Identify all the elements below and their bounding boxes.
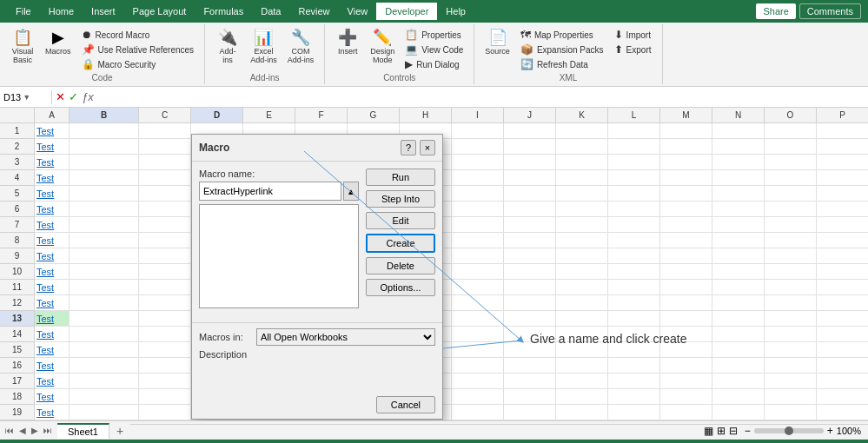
row-header-6[interactable]: 6 — [0, 202, 34, 217]
row-header-19[interactable]: 19 — [0, 405, 34, 420]
cell-k1[interactable] — [556, 123, 608, 139]
row-header-3[interactable]: 3 — [0, 155, 34, 170]
normal-view-icon[interactable]: ▦ — [704, 425, 713, 437]
cell-i1[interactable] — [452, 123, 504, 139]
cell-p1[interactable] — [817, 123, 868, 139]
addins-button[interactable]: 🔌 Add-ins — [212, 28, 243, 66]
col-header-b[interactable]: B — [70, 108, 139, 122]
col-header-d[interactable]: D — [191, 108, 243, 122]
col-header-n[interactable]: N — [712, 108, 765, 122]
col-header-i[interactable]: I — [452, 108, 504, 122]
col-header-l[interactable]: L — [608, 108, 660, 122]
expansion-packs-button[interactable]: 📦 Expansion Packs — [517, 43, 607, 56]
properties-button[interactable]: 📋 Properties — [401, 28, 467, 42]
options-button[interactable]: Options... — [366, 279, 435, 296]
sheet-nav-prev[interactable]: ◀ — [17, 426, 28, 435]
refresh-data-button[interactable]: 🔄 Refresh Data — [517, 57, 607, 71]
cell-a13[interactable]: Test — [35, 311, 70, 327]
add-sheet-button[interactable]: + — [109, 422, 130, 440]
zoom-handle[interactable] — [785, 426, 793, 435]
row-header-11[interactable]: 11 — [0, 280, 34, 295]
col-header-c[interactable]: C — [139, 108, 191, 122]
row-header-2[interactable]: 2 — [0, 139, 34, 155]
row-header-15[interactable]: 15 — [0, 342, 34, 358]
row-header-14[interactable]: 14 — [0, 327, 34, 342]
insert-control-button[interactable]: ➕ Insert — [332, 28, 363, 57]
import-button[interactable]: ⬇ Import — [611, 28, 655, 42]
cell-o1[interactable] — [765, 123, 817, 139]
formula-input[interactable] — [97, 90, 868, 104]
macros-in-select[interactable]: All Open Workbooks This Workbook Persona… — [256, 328, 435, 346]
dialog-help-button[interactable]: ? — [401, 140, 416, 155]
col-header-h[interactable]: H — [400, 108, 452, 122]
col-header-f[interactable]: F — [295, 108, 348, 122]
col-header-j[interactable]: J — [504, 108, 556, 122]
col-header-g[interactable]: G — [348, 108, 400, 122]
run-button[interactable]: Run — [366, 169, 435, 186]
ribbon-tab-file[interactable]: File — [7, 3, 40, 20]
ribbon-tab-data[interactable]: Data — [252, 3, 289, 20]
row-header-13[interactable]: 13 — [0, 311, 34, 327]
col-header-e[interactable]: E — [243, 108, 295, 122]
row-header-12[interactable]: 12 — [0, 295, 34, 311]
dialog-close-button[interactable]: × — [420, 140, 435, 155]
run-dialog-button[interactable]: ▶ Run Dialog — [401, 57, 467, 71]
zoom-plus-button[interactable]: + — [827, 425, 833, 437]
ribbon-tab-formulas[interactable]: Formulas — [195, 3, 252, 20]
record-macro-button[interactable]: ⏺ Record Macro — [78, 28, 198, 42]
edit-button[interactable]: Edit — [366, 212, 435, 229]
cell-reference-box[interactable]: D13 ▼ — [0, 90, 52, 104]
cell-b1[interactable] — [70, 123, 139, 139]
export-button[interactable]: ⬆ Export — [611, 43, 655, 56]
row-header-7[interactable]: 7 — [0, 217, 34, 233]
cell-a1[interactable]: Test — [35, 123, 70, 139]
col-header-p[interactable]: P — [817, 108, 868, 122]
cell-j1[interactable] — [504, 123, 556, 139]
delete-button[interactable]: Delete — [366, 257, 435, 274]
sheet-nav-first[interactable]: ⏮ — [3, 426, 16, 435]
ribbon-tab-developer[interactable]: Developer — [376, 3, 437, 20]
row-header-17[interactable]: 17 — [0, 374, 34, 389]
view-code-button[interactable]: 💻 View Code — [401, 43, 467, 56]
row-header-10[interactable]: 10 — [0, 264, 34, 280]
map-properties-button[interactable]: 🗺 Map Properties — [517, 28, 607, 42]
excel-addins-button[interactable]: 📊 ExcelAdd-ins — [247, 28, 281, 66]
macros-button[interactable]: ▶ Macros — [42, 28, 75, 57]
ribbon-tab-home[interactable]: Home — [40, 3, 83, 20]
insert-function-icon[interactable]: ƒx — [82, 90, 94, 103]
col-header-m[interactable]: M — [660, 108, 712, 122]
row-header-5[interactable]: 5 — [0, 186, 34, 202]
cell-m1[interactable] — [660, 123, 712, 139]
cell-c1[interactable] — [139, 123, 191, 139]
comments-button[interactable]: Comments — [799, 3, 861, 19]
macro-list[interactable] — [199, 204, 359, 308]
row-header-9[interactable]: 9 — [0, 248, 34, 264]
confirm-formula-icon[interactable]: ✓ — [69, 90, 78, 103]
row-header-18[interactable]: 18 — [0, 389, 34, 405]
ribbon-tab-pagelayout[interactable]: Page Layout — [124, 3, 195, 20]
macro-name-input[interactable] — [199, 182, 341, 201]
com-addins-button[interactable]: 🔧 COMAdd-ins — [284, 28, 318, 66]
cell-b13[interactable] — [70, 311, 139, 327]
row-header-16[interactable]: 16 — [0, 358, 34, 374]
col-header-a[interactable]: A — [35, 108, 70, 122]
ribbon-tab-view[interactable]: View — [339, 3, 377, 20]
step-into-button[interactable]: Step Into — [366, 190, 435, 208]
source-button[interactable]: 📄 Source — [481, 28, 514, 57]
use-relative-references-button[interactable]: 📌 Use Relative References — [78, 43, 198, 56]
sheet-nav-next[interactable]: ▶ — [30, 426, 40, 435]
share-button[interactable]: Share — [756, 3, 795, 19]
ribbon-tab-help[interactable]: Help — [437, 3, 474, 20]
ribbon-tab-insert[interactable]: Insert — [83, 3, 124, 20]
cell-l1[interactable] — [608, 123, 660, 139]
cell-a2[interactable]: Test — [35, 139, 70, 155]
create-button[interactable]: Create — [366, 234, 435, 253]
row-header-4[interactable]: 4 — [0, 170, 34, 186]
page-break-view-icon[interactable]: ⊟ — [729, 425, 738, 437]
cell-n1[interactable] — [712, 123, 765, 139]
cancel-formula-icon[interactable]: ✕ — [56, 90, 65, 103]
col-header-o[interactable]: O — [765, 108, 817, 122]
sheet-nav-last[interactable]: ⏭ — [42, 426, 54, 435]
zoom-slider[interactable] — [754, 428, 824, 433]
ribbon-tab-review[interactable]: Review — [289, 3, 338, 20]
